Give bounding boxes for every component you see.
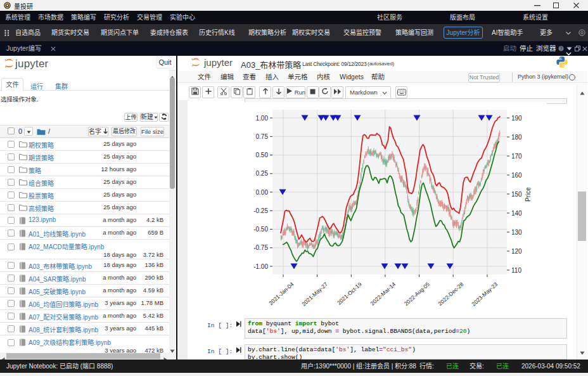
svg-text:?: ? — [560, 46, 563, 51]
svg-text:0.25: 0.25 — [256, 170, 269, 177]
svg-text:-0.25: -0.25 — [253, 207, 268, 214]
svg-text:150: 150 — [511, 191, 522, 198]
svg-text:0.75: 0.75 — [256, 133, 269, 140]
svg-text:Price: Price — [525, 187, 532, 202]
svg-text:-1.00: -1.00 — [253, 263, 268, 270]
svg-text:-0.50: -0.50 — [253, 226, 268, 233]
svg-text:120: 120 — [511, 248, 522, 255]
svg-text:0.00: 0.00 — [256, 189, 269, 196]
svg-text:0.50: 0.50 — [256, 152, 269, 159]
svg-text:1.00: 1.00 — [256, 115, 269, 122]
svg-text:130: 130 — [511, 229, 522, 236]
svg-text:180: 180 — [511, 134, 522, 141]
svg-text:140: 140 — [511, 210, 522, 217]
svg-text:110: 110 — [511, 267, 521, 274]
svg-text:160: 160 — [511, 172, 522, 179]
svg-text:170: 170 — [511, 153, 522, 160]
svg-text:-0.75: -0.75 — [253, 244, 268, 251]
svg-text:190: 190 — [511, 115, 522, 122]
